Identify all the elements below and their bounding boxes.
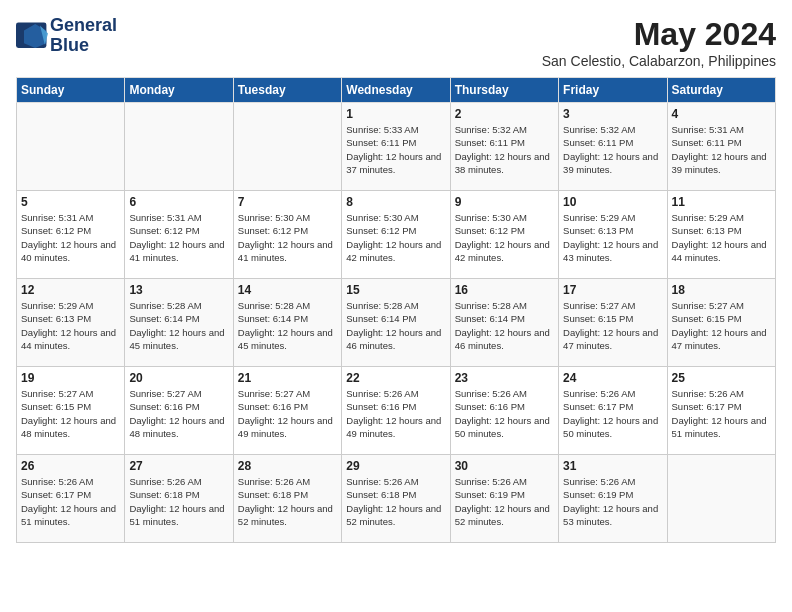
logo: General Blue bbox=[16, 16, 117, 56]
day-info: Sunrise: 5:27 AM Sunset: 6:15 PM Dayligh… bbox=[563, 299, 662, 352]
day-info: Sunrise: 5:29 AM Sunset: 6:13 PM Dayligh… bbox=[672, 211, 771, 264]
day-number: 9 bbox=[455, 195, 554, 209]
day-cell: 23Sunrise: 5:26 AM Sunset: 6:16 PM Dayli… bbox=[450, 367, 558, 455]
day-info: Sunrise: 5:27 AM Sunset: 6:16 PM Dayligh… bbox=[129, 387, 228, 440]
day-cell bbox=[125, 103, 233, 191]
day-info: Sunrise: 5:28 AM Sunset: 6:14 PM Dayligh… bbox=[455, 299, 554, 352]
day-number: 27 bbox=[129, 459, 228, 473]
col-sunday: Sunday bbox=[17, 78, 125, 103]
day-cell bbox=[667, 455, 775, 543]
col-saturday: Saturday bbox=[667, 78, 775, 103]
day-number: 21 bbox=[238, 371, 337, 385]
day-info: Sunrise: 5:28 AM Sunset: 6:14 PM Dayligh… bbox=[346, 299, 445, 352]
day-cell: 19Sunrise: 5:27 AM Sunset: 6:15 PM Dayli… bbox=[17, 367, 125, 455]
day-number: 14 bbox=[238, 283, 337, 297]
col-thursday: Thursday bbox=[450, 78, 558, 103]
day-number: 18 bbox=[672, 283, 771, 297]
day-cell: 13Sunrise: 5:28 AM Sunset: 6:14 PM Dayli… bbox=[125, 279, 233, 367]
header: General Blue May 2024 San Celestio, Cala… bbox=[16, 16, 776, 69]
day-number: 2 bbox=[455, 107, 554, 121]
day-number: 25 bbox=[672, 371, 771, 385]
day-cell: 2Sunrise: 5:32 AM Sunset: 6:11 PM Daylig… bbox=[450, 103, 558, 191]
day-info: Sunrise: 5:32 AM Sunset: 6:11 PM Dayligh… bbox=[455, 123, 554, 176]
day-number: 28 bbox=[238, 459, 337, 473]
day-info: Sunrise: 5:29 AM Sunset: 6:13 PM Dayligh… bbox=[21, 299, 120, 352]
day-cell: 8Sunrise: 5:30 AM Sunset: 6:12 PM Daylig… bbox=[342, 191, 450, 279]
day-cell: 22Sunrise: 5:26 AM Sunset: 6:16 PM Dayli… bbox=[342, 367, 450, 455]
day-cell bbox=[17, 103, 125, 191]
day-cell: 28Sunrise: 5:26 AM Sunset: 6:18 PM Dayli… bbox=[233, 455, 341, 543]
day-cell: 4Sunrise: 5:31 AM Sunset: 6:11 PM Daylig… bbox=[667, 103, 775, 191]
day-number: 24 bbox=[563, 371, 662, 385]
day-cell: 30Sunrise: 5:26 AM Sunset: 6:19 PM Dayli… bbox=[450, 455, 558, 543]
day-info: Sunrise: 5:27 AM Sunset: 6:16 PM Dayligh… bbox=[238, 387, 337, 440]
day-number: 6 bbox=[129, 195, 228, 209]
col-friday: Friday bbox=[559, 78, 667, 103]
day-cell bbox=[233, 103, 341, 191]
day-info: Sunrise: 5:29 AM Sunset: 6:13 PM Dayligh… bbox=[563, 211, 662, 264]
day-cell: 10Sunrise: 5:29 AM Sunset: 6:13 PM Dayli… bbox=[559, 191, 667, 279]
day-cell: 7Sunrise: 5:30 AM Sunset: 6:12 PM Daylig… bbox=[233, 191, 341, 279]
day-cell: 5Sunrise: 5:31 AM Sunset: 6:12 PM Daylig… bbox=[17, 191, 125, 279]
logo-text: General Blue bbox=[50, 16, 117, 56]
day-number: 10 bbox=[563, 195, 662, 209]
day-cell: 17Sunrise: 5:27 AM Sunset: 6:15 PM Dayli… bbox=[559, 279, 667, 367]
day-info: Sunrise: 5:28 AM Sunset: 6:14 PM Dayligh… bbox=[129, 299, 228, 352]
day-number: 11 bbox=[672, 195, 771, 209]
day-cell: 25Sunrise: 5:26 AM Sunset: 6:17 PM Dayli… bbox=[667, 367, 775, 455]
day-cell: 29Sunrise: 5:26 AM Sunset: 6:18 PM Dayli… bbox=[342, 455, 450, 543]
day-number: 17 bbox=[563, 283, 662, 297]
day-info: Sunrise: 5:28 AM Sunset: 6:14 PM Dayligh… bbox=[238, 299, 337, 352]
day-cell: 16Sunrise: 5:28 AM Sunset: 6:14 PM Dayli… bbox=[450, 279, 558, 367]
day-info: Sunrise: 5:30 AM Sunset: 6:12 PM Dayligh… bbox=[346, 211, 445, 264]
day-number: 15 bbox=[346, 283, 445, 297]
day-info: Sunrise: 5:27 AM Sunset: 6:15 PM Dayligh… bbox=[672, 299, 771, 352]
week-row-1: 1Sunrise: 5:33 AM Sunset: 6:11 PM Daylig… bbox=[17, 103, 776, 191]
day-info: Sunrise: 5:33 AM Sunset: 6:11 PM Dayligh… bbox=[346, 123, 445, 176]
day-info: Sunrise: 5:26 AM Sunset: 6:18 PM Dayligh… bbox=[346, 475, 445, 528]
col-wednesday: Wednesday bbox=[342, 78, 450, 103]
logo-icon bbox=[16, 22, 48, 50]
day-cell: 3Sunrise: 5:32 AM Sunset: 6:11 PM Daylig… bbox=[559, 103, 667, 191]
day-cell: 14Sunrise: 5:28 AM Sunset: 6:14 PM Dayli… bbox=[233, 279, 341, 367]
week-row-5: 26Sunrise: 5:26 AM Sunset: 6:17 PM Dayli… bbox=[17, 455, 776, 543]
day-number: 31 bbox=[563, 459, 662, 473]
day-info: Sunrise: 5:27 AM Sunset: 6:15 PM Dayligh… bbox=[21, 387, 120, 440]
day-cell: 21Sunrise: 5:27 AM Sunset: 6:16 PM Dayli… bbox=[233, 367, 341, 455]
day-cell: 6Sunrise: 5:31 AM Sunset: 6:12 PM Daylig… bbox=[125, 191, 233, 279]
col-tuesday: Tuesday bbox=[233, 78, 341, 103]
day-number: 4 bbox=[672, 107, 771, 121]
day-info: Sunrise: 5:31 AM Sunset: 6:12 PM Dayligh… bbox=[129, 211, 228, 264]
day-number: 29 bbox=[346, 459, 445, 473]
day-cell: 1Sunrise: 5:33 AM Sunset: 6:11 PM Daylig… bbox=[342, 103, 450, 191]
day-number: 8 bbox=[346, 195, 445, 209]
day-number: 23 bbox=[455, 371, 554, 385]
day-info: Sunrise: 5:26 AM Sunset: 6:17 PM Dayligh… bbox=[563, 387, 662, 440]
day-info: Sunrise: 5:26 AM Sunset: 6:16 PM Dayligh… bbox=[346, 387, 445, 440]
day-info: Sunrise: 5:26 AM Sunset: 6:17 PM Dayligh… bbox=[21, 475, 120, 528]
week-row-4: 19Sunrise: 5:27 AM Sunset: 6:15 PM Dayli… bbox=[17, 367, 776, 455]
day-info: Sunrise: 5:26 AM Sunset: 6:17 PM Dayligh… bbox=[672, 387, 771, 440]
day-info: Sunrise: 5:26 AM Sunset: 6:19 PM Dayligh… bbox=[563, 475, 662, 528]
day-number: 19 bbox=[21, 371, 120, 385]
day-info: Sunrise: 5:32 AM Sunset: 6:11 PM Dayligh… bbox=[563, 123, 662, 176]
day-cell: 15Sunrise: 5:28 AM Sunset: 6:14 PM Dayli… bbox=[342, 279, 450, 367]
day-cell: 11Sunrise: 5:29 AM Sunset: 6:13 PM Dayli… bbox=[667, 191, 775, 279]
day-info: Sunrise: 5:26 AM Sunset: 6:19 PM Dayligh… bbox=[455, 475, 554, 528]
day-cell: 24Sunrise: 5:26 AM Sunset: 6:17 PM Dayli… bbox=[559, 367, 667, 455]
day-info: Sunrise: 5:26 AM Sunset: 6:16 PM Dayligh… bbox=[455, 387, 554, 440]
day-cell: 20Sunrise: 5:27 AM Sunset: 6:16 PM Dayli… bbox=[125, 367, 233, 455]
location: San Celestio, Calabarzon, Philippines bbox=[542, 53, 776, 69]
day-info: Sunrise: 5:31 AM Sunset: 6:12 PM Dayligh… bbox=[21, 211, 120, 264]
week-row-3: 12Sunrise: 5:29 AM Sunset: 6:13 PM Dayli… bbox=[17, 279, 776, 367]
day-number: 16 bbox=[455, 283, 554, 297]
day-info: Sunrise: 5:30 AM Sunset: 6:12 PM Dayligh… bbox=[455, 211, 554, 264]
day-cell: 26Sunrise: 5:26 AM Sunset: 6:17 PM Dayli… bbox=[17, 455, 125, 543]
month-title: May 2024 bbox=[542, 16, 776, 53]
day-cell: 9Sunrise: 5:30 AM Sunset: 6:12 PM Daylig… bbox=[450, 191, 558, 279]
day-cell: 18Sunrise: 5:27 AM Sunset: 6:15 PM Dayli… bbox=[667, 279, 775, 367]
calendar-table: Sunday Monday Tuesday Wednesday Thursday… bbox=[16, 77, 776, 543]
col-monday: Monday bbox=[125, 78, 233, 103]
day-number: 7 bbox=[238, 195, 337, 209]
header-row: Sunday Monday Tuesday Wednesday Thursday… bbox=[17, 78, 776, 103]
